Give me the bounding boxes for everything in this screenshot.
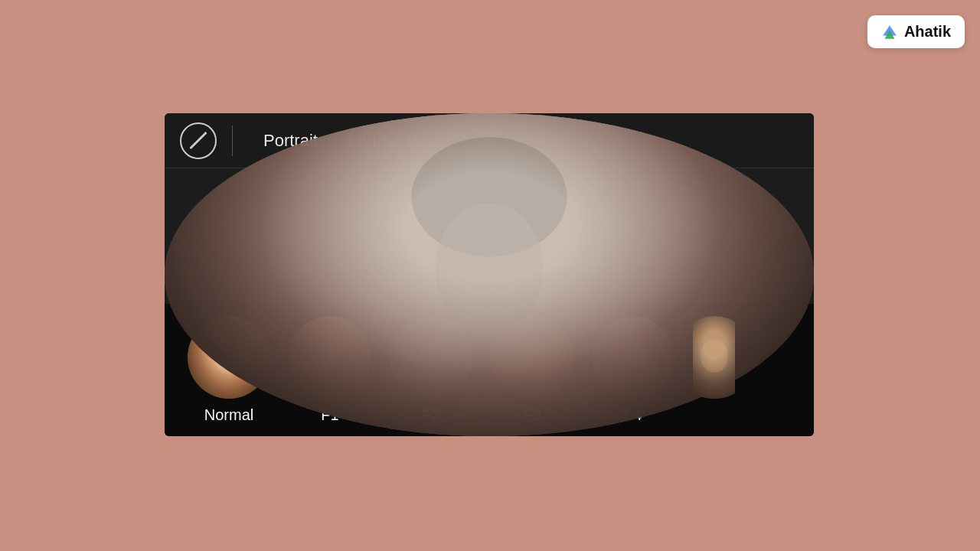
filter-avatar-f4 xyxy=(592,316,675,399)
no-filter-icon[interactable] xyxy=(180,122,217,159)
ahatik-logo-icon xyxy=(881,24,898,41)
filter-partial[interactable] xyxy=(693,316,735,399)
tab-separator xyxy=(232,126,233,156)
filters-row: Normal F1 xyxy=(165,304,814,436)
ahatik-badge: Ahatik xyxy=(867,15,965,48)
face-silhouette-partial xyxy=(693,316,735,399)
main-panel: Portrait Landscape Food Vibe Nor xyxy=(165,113,814,436)
svg-point-13 xyxy=(694,322,734,353)
ahatik-brand-name: Ahatik xyxy=(904,23,951,41)
filter-avatar-partial xyxy=(693,316,735,399)
face-silhouette-f4 xyxy=(592,316,675,399)
svg-point-14 xyxy=(701,339,728,373)
filter-label-normal: Normal xyxy=(204,406,253,424)
filter-f4[interactable]: F4 xyxy=(592,316,675,424)
